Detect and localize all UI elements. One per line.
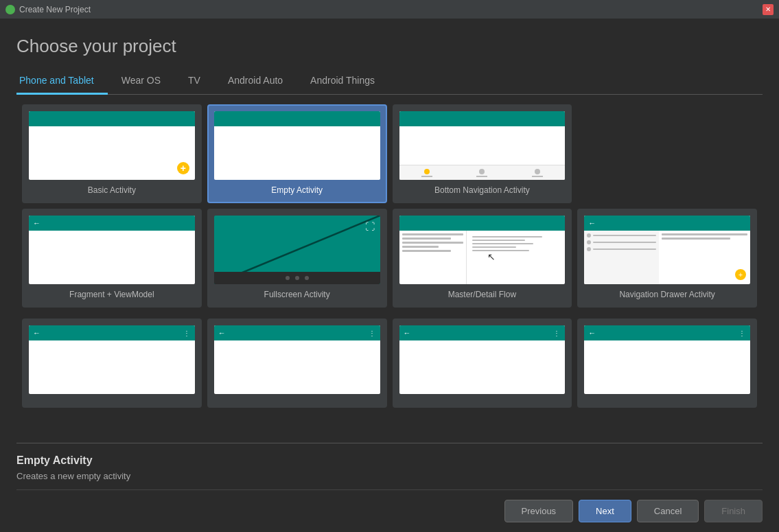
preview-fragment: ← xyxy=(29,216,195,284)
content-area: + Basic Activity Empty Activity xyxy=(16,95,763,440)
master-detail-toolbar xyxy=(399,216,566,231)
nav-drawer-content xyxy=(584,231,750,284)
partial-menu-1: ⋮ xyxy=(183,329,191,337)
hamburger-icon: ← xyxy=(588,219,596,227)
card-partial-1[interactable]: ← ⋮ xyxy=(22,319,202,408)
tab-android-auto[interactable]: Android Auto xyxy=(214,68,297,95)
preview-partial-1: ← ⋮ xyxy=(29,325,195,394)
label-nav-drawer: Navigation Drawer Activity xyxy=(619,290,714,299)
label-fragment-viewmodel: Fragment + ViewModel xyxy=(69,290,154,299)
nav-dot-active xyxy=(424,169,430,174)
title-bar-left: Create New Project xyxy=(5,5,91,14)
nav-dot-3 xyxy=(535,169,540,174)
master-detail-content: ↖ xyxy=(399,231,566,284)
partial-toolbar-1: ← ⋮ xyxy=(29,325,195,340)
nav-line-3 xyxy=(532,176,543,177)
partial-back-3: ← xyxy=(404,329,411,337)
label-bottom-nav: Bottom Navigation Activity xyxy=(434,185,530,195)
partial-back-1: ← xyxy=(33,329,40,337)
project-grid-area: + Basic Activity Empty Activity xyxy=(16,95,763,440)
basic-fab: + xyxy=(177,162,189,174)
empty-toolbar xyxy=(214,111,380,126)
tab-android-things[interactable]: Android Things xyxy=(297,68,388,95)
preview-empty-activity xyxy=(214,111,380,180)
toolbar-dot-2 xyxy=(295,276,299,280)
card-partial-4[interactable]: ← ⋮ xyxy=(577,319,757,408)
info-panel: Empty Activity Creates a new empty activ… xyxy=(16,443,763,489)
label-empty-activity: Empty Activity xyxy=(271,185,323,195)
back-arrow-icon: ← xyxy=(33,219,40,227)
partial-toolbar-3: ← ⋮ xyxy=(399,325,566,340)
partial-menu-4: ⋮ xyxy=(739,329,746,337)
dialog: Choose your project Phone and Tablet Wea… xyxy=(0,19,779,532)
tab-tv[interactable]: TV xyxy=(174,68,214,95)
dialog-title: Choose your project xyxy=(16,36,763,57)
card-basic-activity[interactable]: + Basic Activity xyxy=(22,104,202,203)
preview-partial-3: ← ⋮ xyxy=(399,325,566,394)
bottom-nav-bar xyxy=(399,165,566,180)
card-master-detail[interactable]: ↖ Master/Detail Flow xyxy=(393,209,572,308)
preview-bottom-nav xyxy=(399,111,566,180)
nav-line-1 xyxy=(421,176,432,177)
partial-toolbar-2: ← ⋮ xyxy=(214,325,380,340)
card-fullscreen[interactable]: ⛶ Fullscreen Activity xyxy=(207,209,387,308)
master-list xyxy=(399,231,467,284)
partial-back-4: ← xyxy=(588,329,596,337)
card-empty-activity[interactable]: Empty Activity xyxy=(207,104,387,203)
card-nav-drawer[interactable]: ← xyxy=(577,209,757,308)
tab-wear-os[interactable]: Wear OS xyxy=(108,68,174,95)
previous-button[interactable]: Previous xyxy=(504,500,574,522)
partial-back-2: ← xyxy=(218,329,226,337)
preview-basic-activity: + xyxy=(29,111,195,180)
partial-menu-2: ⋮ xyxy=(369,329,376,337)
selected-project-description: Creates a new empty activity xyxy=(16,471,763,481)
card-partial-3[interactable]: ← ⋮ xyxy=(393,319,572,408)
partial-row: ← ⋮ ← ⋮ xyxy=(19,316,760,410)
detail-panel: ↖ xyxy=(467,231,565,284)
partial-menu-3: ⋮ xyxy=(553,329,561,337)
nav-dot-2 xyxy=(479,169,485,174)
selected-project-title: Empty Activity xyxy=(16,454,763,467)
label-master-detail: Master/Detail Flow xyxy=(448,290,516,299)
finish-button[interactable]: Finish xyxy=(704,500,763,522)
cursor-icon: ↖ xyxy=(487,251,496,262)
empty-slot-1 xyxy=(577,104,757,203)
preview-partial-4: ← ⋮ xyxy=(584,325,750,394)
nav-item-1 xyxy=(399,169,455,177)
toolbar-dot-1 xyxy=(286,276,290,280)
card-partial-2[interactable]: ← ⋮ xyxy=(207,319,387,408)
fullscreen-bottom-toolbar xyxy=(214,272,380,284)
nav-item-2 xyxy=(454,169,510,177)
tab-bar: Phone and Tablet Wear OS TV Android Auto… xyxy=(16,68,763,95)
tab-phone-tablet[interactable]: Phone and Tablet xyxy=(16,68,108,95)
android-studio-icon xyxy=(5,5,15,14)
partial-toolbar-4: ← ⋮ xyxy=(584,325,750,340)
toolbar-dot-3 xyxy=(305,276,309,280)
card-fragment-viewmodel[interactable]: ← Fragment + ViewModel xyxy=(22,209,202,308)
preview-partial-2: ← ⋮ xyxy=(214,325,380,394)
next-button[interactable]: Next xyxy=(579,500,631,522)
preview-fullscreen: ⛶ xyxy=(214,216,380,284)
card-bottom-nav[interactable]: Bottom Navigation Activity xyxy=(393,104,572,203)
project-grid: + Basic Activity Empty Activity xyxy=(19,102,760,310)
fragment-toolbar: ← xyxy=(29,216,195,231)
cancel-button[interactable]: Cancel xyxy=(637,500,699,522)
drawer-panel xyxy=(584,231,659,284)
title-bar: Create New Project ✕ xyxy=(0,0,779,19)
nav-drawer-toolbar: ← xyxy=(584,216,750,231)
title-bar-text: Create New Project xyxy=(19,5,91,14)
dialog-footer: Previous Next Cancel Finish xyxy=(16,489,763,532)
basic-toolbar xyxy=(29,111,195,126)
preview-master-detail: ↖ xyxy=(399,216,566,284)
bottom-nav-toolbar xyxy=(399,111,566,126)
label-basic-activity: Basic Activity xyxy=(88,185,136,195)
nav-drawer-fab: + xyxy=(735,269,746,280)
preview-nav-drawer: ← xyxy=(584,216,750,284)
close-button[interactable]: ✕ xyxy=(763,4,774,15)
detail-lines xyxy=(469,233,562,256)
nav-item-3 xyxy=(510,169,566,177)
label-fullscreen: Fullscreen Activity xyxy=(264,290,330,299)
nav-line-2 xyxy=(476,176,487,177)
